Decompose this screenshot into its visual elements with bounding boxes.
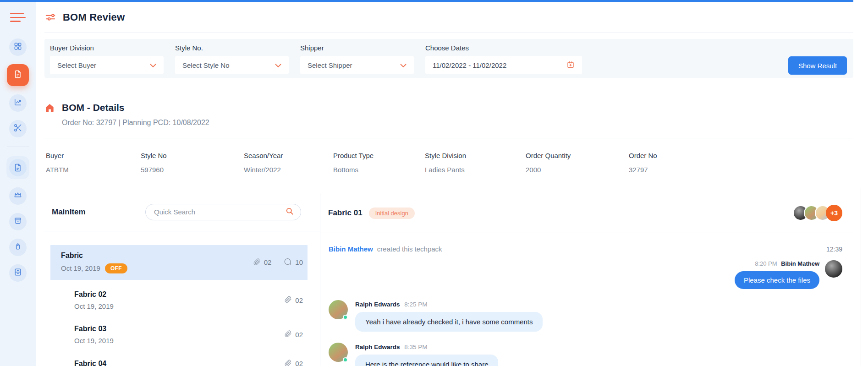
date-range-value: 11/02/2022 - 11/02/2022 (433, 61, 506, 69)
document-icon (9, 159, 27, 176)
message-author: Ralph Edwards (355, 301, 400, 308)
page-title: BOM Review (63, 11, 125, 23)
info-value: 32797 (629, 166, 657, 174)
sidebar-item-storage[interactable] (9, 264, 27, 282)
filter-style-no: Style No. Select Style No (175, 44, 289, 74)
tag-icon (13, 242, 22, 253)
sidebar-item-dashboard[interactable] (9, 38, 27, 56)
item-name: Fabric 02 (74, 290, 114, 299)
sidebar-nav (6, 38, 29, 282)
info-field: Product Type Bottoms (333, 152, 425, 174)
participant-avatars[interactable]: +3 (797, 205, 842, 221)
more-avatars-badge[interactable]: +3 (826, 205, 842, 221)
dashboard-grid-icon (13, 42, 22, 53)
sidebar (0, 2, 36, 366)
search-input[interactable] (154, 208, 285, 216)
paperclip-icon (284, 330, 292, 339)
filter-sliders-icon (44, 11, 56, 23)
list-item-fabric-03[interactable]: Fabric 03 Oct 19, 2019 02 (50, 321, 308, 349)
sidebar-item-tags[interactable] (9, 239, 27, 256)
design-status-badge: Initial design (369, 208, 415, 219)
info-field: Buyer ATBTM (46, 152, 141, 174)
sidebar-item-techpack[interactable] (6, 156, 29, 179)
attachment-count: 02 (253, 258, 272, 267)
message-received: Ralph Edwards 8:25 PM Yeah i have alread… (329, 300, 842, 332)
page-header: BOM Review (44, 2, 853, 33)
shipper-select[interactable]: Select Shipper (300, 56, 414, 74)
show-result-button[interactable]: Show Result (788, 56, 847, 75)
bom-details-section: BOM - Details Order No: 32797 | Planning… (44, 102, 853, 127)
chat-title: Fabric 01 (328, 208, 363, 218)
style-no-select[interactable]: Select Style No (175, 56, 289, 74)
filter-label: Shipper (300, 44, 414, 52)
crown-icon (13, 191, 22, 202)
attachment-count: 02 (284, 359, 303, 366)
info-label: Order No (629, 152, 657, 159)
paperclip-icon (284, 295, 292, 305)
analytics-icon (13, 98, 22, 109)
sidebar-item-quality[interactable] (9, 187, 27, 205)
attachment-value: 02 (295, 331, 303, 339)
menu-icon[interactable] (10, 13, 26, 22)
message-bubble: Please check the files (735, 271, 819, 289)
sidebar-item-inventory[interactable] (9, 213, 27, 230)
storage-cabinet-icon (13, 268, 22, 279)
select-placeholder: Select Buyer (57, 61, 96, 69)
avatar (329, 300, 348, 319)
attachment-value: 02 (295, 360, 303, 366)
item-date: Oct 19, 2019 (74, 337, 114, 344)
info-field: Style No 597960 (141, 152, 244, 174)
filter-shipper: Shipper Select Shipper (300, 44, 414, 74)
message-time: 8:35 PM (404, 344, 427, 350)
search-icon[interactable] (285, 207, 294, 218)
main-item-title: MainItem (52, 208, 86, 217)
sidebar-divider (7, 147, 29, 147)
chat-panel: Fabric 01 Initial design +3 Bibin Mathew… (320, 193, 853, 366)
attachment-value: 02 (295, 296, 303, 304)
sidebar-item-cutting[interactable] (9, 120, 27, 137)
info-label: Order Quantity (526, 152, 629, 159)
comment-count: 10 (283, 257, 303, 268)
info-value: 2000 (526, 166, 629, 174)
attachment-value: 02 (264, 258, 272, 266)
comment-icon (283, 257, 292, 268)
item-name: Fabric (61, 251, 127, 260)
bom-document-icon (13, 70, 22, 81)
date-range-input[interactable]: 11/02/2022 - 11/02/2022 (425, 56, 582, 74)
main-content: BOM Review Buyer Division Select Buyer S… (36, 2, 868, 366)
chevron-down-icon (150, 61, 156, 69)
filter-label: Style No. (175, 44, 289, 52)
sidebar-item-bom[interactable] (7, 64, 29, 86)
info-value: Ladies Pants (425, 166, 526, 174)
info-field: Season/Year Winter/2022 (244, 152, 333, 174)
fabric-item-list: Fabric Oct 19, 2019 OFF (44, 231, 320, 366)
select-placeholder: Select Shipper (308, 61, 352, 69)
buyer-division-select[interactable]: Select Buyer (50, 56, 164, 74)
info-value: Winter/2022 (244, 166, 333, 174)
message-sent: 8:20 PM Bibin Mathew Please check the fi… (329, 260, 842, 289)
message-author: Ralph Edwards (355, 344, 400, 350)
list-item-fabric[interactable]: Fabric Oct 19, 2019 OFF (50, 245, 308, 280)
item-name: Fabric 04 (74, 360, 106, 366)
info-value: Bottoms (333, 166, 425, 174)
sidebar-item-analytics[interactable] (9, 94, 27, 112)
info-field: Order No 32797 (629, 152, 657, 174)
item-name: Fabric 03 (74, 325, 114, 333)
comment-value: 10 (295, 258, 303, 266)
info-label: Product Type (333, 152, 425, 159)
chat-scrollbar[interactable] (861, 188, 861, 366)
chat-messages: Bibin Mathew created this techpack 12:39… (320, 233, 853, 366)
message-bubble: Yeah i have already checked it, i have s… (355, 312, 543, 332)
filter-buyer-division: Buyer Division Select Buyer (50, 44, 164, 74)
message-author: Bibin Mathew (781, 260, 819, 267)
list-item-fabric-02[interactable]: Fabric 02 Oct 19, 2019 02 (50, 286, 308, 314)
quick-search (145, 204, 301, 220)
info-value: 597960 (141, 166, 244, 174)
message-time: 8:20 PM (755, 260, 777, 267)
item-date: Oct 19, 2019 (61, 264, 100, 272)
top-accent-bar (0, 0, 853, 2)
list-item-fabric-04[interactable]: Fabric 04 02 (50, 355, 308, 366)
system-text: created this techpack (377, 245, 442, 253)
online-status-dot (343, 315, 348, 320)
chevron-down-icon (400, 61, 407, 69)
